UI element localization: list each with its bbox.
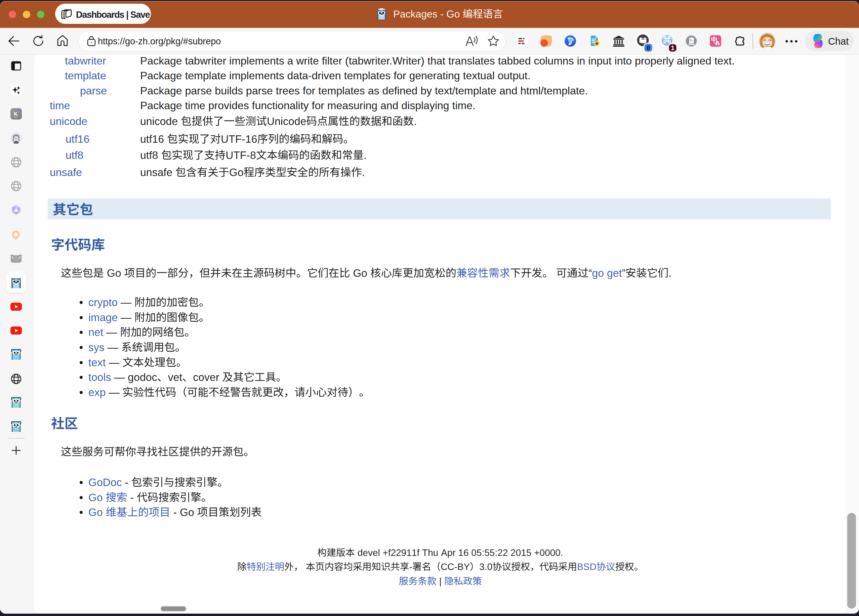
- svg-text:K: K: [14, 111, 18, 117]
- svg-text:0: 0: [647, 44, 650, 51]
- svg-text:1: 1: [671, 44, 675, 51]
